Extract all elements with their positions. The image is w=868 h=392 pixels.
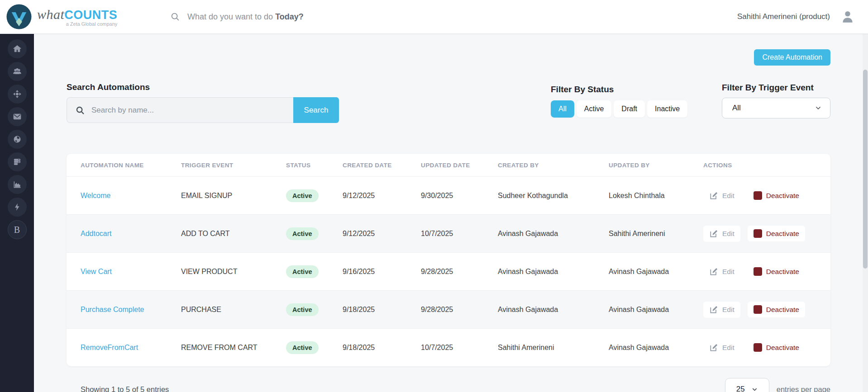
table-footer: Showing 1 to 5 of 5 entries 25 entries p… [67,378,830,392]
created-by-cell: Avinash Gajawada [498,230,609,238]
sidebar-item-audience[interactable] [8,62,27,81]
status-filter-active[interactable]: Active [577,100,612,118]
created-by-cell: Sahithi Amerineni [498,344,609,352]
sidebar-item-targeting[interactable] [8,85,27,104]
sidebar-item-data[interactable] [8,152,27,171]
created-date-cell: 9/16/2025 [343,268,421,276]
user-profile-icon[interactable] [840,9,855,24]
brand-tagline: a Zeta Global company [66,21,118,27]
col-updated-by: UPDATED BY [609,162,703,169]
create-automation-button[interactable]: Create Automation [754,49,830,66]
table-row: View Cart VIEW PRODUCT Active 9/16/2025 … [67,252,830,290]
trigger-event-cell: PURCHASE [181,306,286,314]
col-created-by: CREATED BY [498,162,609,169]
deactivate-button[interactable]: Deactivate [748,302,805,317]
deactivate-button[interactable]: Deactivate [748,264,805,279]
per-page-value: 25 [736,385,745,392]
automation-name-link[interactable]: RemoveFromCart [81,344,181,352]
search-automations-panel: Search Automations Search [67,82,339,123]
status-badge: Active [286,227,319,240]
sidebar-item-reports[interactable] [8,175,27,194]
globe-icon [13,135,22,144]
updated-by-cell: Avinash Gajawada [609,306,703,314]
brand-logo[interactable]: what COUNTS a Zeta Global company [0,3,149,30]
edit-pencil-icon [709,267,718,276]
automation-name-link[interactable]: View Cart [81,268,181,276]
table-row: RemoveFromCart REMOVE FROM CART Active 9… [67,328,830,366]
main-content: Create Automation Search Automations Sea… [34,34,868,392]
deactivate-button[interactable]: Deactivate [748,340,805,355]
status-badge: Active [286,189,319,202]
created-by-cell: Sudheer Kothagundla [498,192,609,200]
table-row: Purchase Complete PURCHASE Active 9/18/2… [67,290,830,328]
trigger-event-select[interactable]: All [722,98,830,118]
edit-button[interactable]: Edit [703,264,740,280]
updated-by-cell: Avinash Gajawada [609,268,703,276]
search-input[interactable] [91,106,285,115]
search-automations-label: Search Automations [67,82,339,92]
automation-name-link[interactable]: Purchase Complete [81,306,181,314]
col-updated-date: UPDATED DATE [421,162,498,169]
brand-name-what: what [37,7,64,22]
col-actions: ACTIONS [703,162,830,169]
status-filter-all[interactable]: All [551,100,574,118]
filter-by-trigger-panel: Filter By Trigger Event All [722,83,830,118]
status-filter-group: All Active Draft Inactive [551,100,687,118]
deactivate-button[interactable]: Deactivate [748,188,805,203]
deactivate-button[interactable]: Deactivate [748,226,805,241]
status-filter-draft[interactable]: Draft [614,100,645,118]
status-badge: Active [286,341,319,354]
sidebar-item-automations[interactable] [8,198,27,217]
edit-button[interactable]: Edit [703,302,740,318]
status-filter-inactive[interactable]: Inactive [647,100,687,118]
updated-date-cell: 10/7/2025 [421,344,498,352]
created-date-cell: 9/12/2025 [343,230,421,238]
status-badge: Active [286,303,319,316]
automation-search-field [67,97,293,123]
sidebar-item-web[interactable] [8,130,27,149]
created-date-cell: 9/12/2025 [343,192,421,200]
status-badge: Active [286,265,319,278]
sidebar-item-email[interactable] [8,107,27,126]
search-icon [170,12,180,22]
page-scrollbar-thumb[interactable] [863,70,868,269]
col-automation-name: AUTOMATION NAME [81,162,181,169]
edit-pencil-icon [709,191,718,200]
mail-icon [13,112,22,121]
automation-name-link[interactable]: Addtocart [81,230,181,238]
filter-by-status-label: Filter By Status [551,85,687,94]
edit-pencil-icon [709,305,718,314]
chevron-down-icon [751,386,758,392]
search-button[interactable]: Search [293,97,339,123]
trigger-event-value: All [732,104,741,113]
edit-button[interactable]: Edit [703,226,740,242]
edit-button[interactable]: Edit [703,340,740,356]
target-icon [13,90,22,99]
global-search[interactable]: What do you want to do Today? [170,12,304,22]
automation-name-link[interactable]: Welcome [81,192,181,200]
table-header-row: AUTOMATION NAME TRIGGER EVENT STATUS CRE… [67,154,830,176]
edit-button[interactable]: Edit [703,188,740,204]
sidebar-item-home[interactable] [8,39,27,58]
sidebar-item-b[interactable]: B [8,220,27,239]
sidebar-nav: B [0,34,34,392]
col-trigger-event: TRIGGER EVENT [181,162,286,169]
trigger-event-cell: REMOVE FROM CART [181,344,286,352]
global-search-text: What do you want to do Today? [187,12,304,22]
whatcounts-logo-icon [5,3,33,30]
deactivate-icon [754,229,762,238]
per-page-select[interactable]: 25 [725,378,769,392]
col-status: STATUS [286,162,343,169]
search-icon [75,105,85,115]
updated-by-cell: Avinash Gajawada [609,344,703,352]
brand-name-counts: COUNTS [64,8,117,22]
created-date-cell: 9/18/2025 [343,306,421,314]
entries-summary: Showing 1 to 5 of 5 entries [67,385,169,392]
edit-pencil-icon [709,229,718,238]
created-date-cell: 9/18/2025 [343,344,421,352]
updated-by-cell: Lokesh Chinthala [609,192,703,200]
b-letter-icon: B [14,225,20,235]
page-scrollbar-track[interactable] [863,34,868,392]
bolt-icon [13,203,22,212]
updated-date-cell: 10/7/2025 [421,230,498,238]
